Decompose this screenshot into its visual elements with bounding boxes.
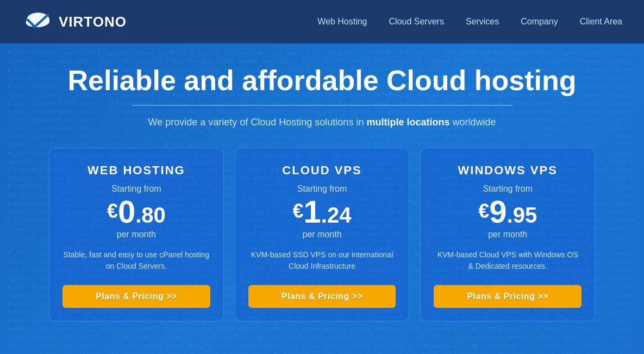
web-hosting-description: Stable, fast and easy to use cPanel host…: [62, 249, 210, 273]
web-hosting-currency: €: [107, 201, 118, 221]
logo-text: VIRTONO: [59, 14, 127, 30]
hero-section: #!/usr/bin/perl use strict; use warnings…: [0, 43, 644, 354]
cloud-vps-title: CLOUD VPS: [248, 163, 396, 178]
cloud-vps-per-month: per month: [248, 230, 396, 239]
nav-web-hosting[interactable]: Web Hosting: [317, 17, 367, 27]
hero-subtitle-bold: multiple locations: [366, 117, 449, 128]
windows-vps-per-month: per month: [434, 230, 582, 239]
nav-company[interactable]: Company: [521, 17, 558, 27]
hero-subtitle: We provide a variety of Cloud Hosting so…: [33, 117, 611, 128]
cloud-vps-price-main: 1: [304, 194, 321, 229]
web-hosting-starting: Starting from: [62, 184, 210, 194]
windows-vps-price-decimal: .95: [507, 203, 537, 227]
cloud-vps-plans-button[interactable]: Plans & Pricing >>: [248, 285, 396, 308]
cloud-vps-starting: Starting from: [248, 184, 396, 194]
web-hosting-price-main: 0: [118, 194, 135, 229]
cloud-vps-price-decimal: .24: [321, 203, 352, 227]
hero-title: Reliable and affordable Cloud hosting: [33, 65, 611, 96]
cloud-vps-currency: €: [293, 201, 304, 221]
windows-vps-card: #!/usr/bin/perl use strict; use warnings…: [420, 148, 595, 321]
nav-services[interactable]: Services: [466, 17, 499, 27]
web-hosting-plans-button[interactable]: Plans & Pricing >>: [62, 285, 210, 308]
hero-divider: [132, 105, 512, 106]
cloud-vps-card: #!/usr/bin/perl use strict; use warnings…: [235, 148, 410, 321]
hero-subtitle-suffix: worldwide: [449, 117, 496, 128]
logo-icon: [22, 8, 54, 35]
cloud-vps-description: KVM-based SSD VPS on our international C…: [248, 249, 396, 273]
windows-vps-starting: Starting from: [434, 184, 582, 194]
web-hosting-card: #!/usr/bin/perl use strict; use warnings…: [49, 148, 224, 321]
pricing-cards: #!/usr/bin/perl use strict; use warnings…: [33, 148, 611, 338]
web-hosting-per-month: per month: [62, 230, 210, 239]
windows-vps-description: KVM-based Cloud VPS with Windows OS & De…: [434, 249, 582, 273]
nav-cloud-servers[interactable]: Cloud Servers: [389, 17, 444, 27]
windows-vps-plans-button[interactable]: Plans & Pricing >>: [434, 285, 582, 308]
hero-subtitle-prefix: We provide a variety of Cloud Hosting so…: [148, 117, 367, 128]
cloud-vps-price: €1.24: [248, 196, 396, 227]
main-nav: Web Hosting Cloud Servers Services Compa…: [317, 17, 622, 27]
windows-vps-price: €9.95: [434, 196, 582, 227]
web-hosting-price-decimal: .80: [135, 203, 166, 227]
web-hosting-price: €0.80: [62, 196, 210, 227]
windows-vps-currency: €: [478, 201, 489, 221]
windows-vps-price-main: 9: [489, 194, 507, 229]
windows-vps-title: WINDOWS VPS: [434, 163, 582, 178]
nav-client-area[interactable]: Client Area: [580, 17, 622, 27]
main-header: VIRTONO Web Hosting Cloud Servers Servic…: [0, 0, 644, 43]
web-hosting-title: WEB HOSTING: [62, 163, 210, 178]
logo[interactable]: VIRTONO: [22, 8, 127, 35]
